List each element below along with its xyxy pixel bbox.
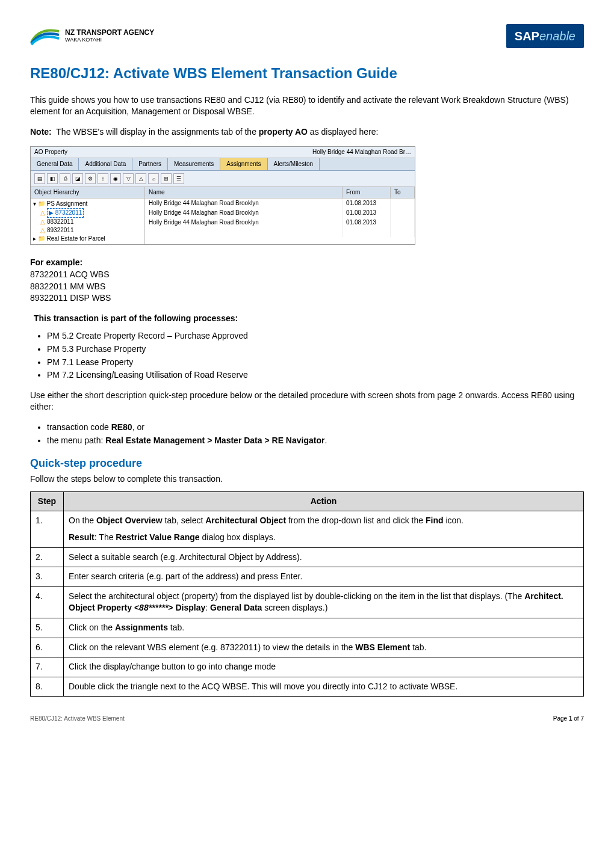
examples-block: For example: 87322011 ACQ WBS88322011 MM… [30,257,584,304]
intro-paragraph: This guide shows you how to use transact… [30,94,584,118]
step-action: Enter search criteria (e.g. part of the … [64,567,584,587]
table-row: 3.Enter search criteria (e.g. part of th… [31,567,584,587]
step-action: Click on the Assignments tab. [64,618,584,638]
toolbar-icon[interactable]: ⚙ [85,173,96,184]
toolbar-icon[interactable]: ⊞ [161,173,172,184]
step-action: Click on the relevant WBS element (e.g. … [64,638,584,657]
access-intro: Use either the short description quick-s… [30,390,584,413]
grid-cell-to [391,199,415,208]
step-action: Select a suitable search (e.g. Architect… [64,547,584,567]
process-item: PM 5.3 Purchase Property [47,343,584,356]
access-item: transaction code RE80, or [47,422,584,434]
step-action: Select the architectural object (propert… [64,586,584,618]
toolbar-icon[interactable]: ◧ [47,173,58,184]
step-action: On the Object Overview tab, select Archi… [64,511,584,547]
step-number: 3. [31,567,64,587]
step-action: Double click the triangle next to the AC… [64,677,584,697]
step-number: 8. [31,677,64,697]
nz-transport-logo: NZ TRANSPORT AGENCY WAKA KOTAHI [30,24,154,48]
sap-enable-logo: SAPenable [506,24,584,48]
tab-partners[interactable]: Partners [132,158,168,170]
example-line: 88322011 MM WBS [30,281,584,293]
grid-cell-name: Holly Bridge 44 Malaghan Road Brooklyn [145,199,343,208]
toolbar-icon[interactable]: ↕ [98,173,108,184]
quick-step-intro: Follow the steps below to complete this … [30,473,584,485]
page-header: NZ TRANSPORT AGENCY WAKA KOTAHI SAPenabl… [30,24,584,48]
ss-toolbar: ▤ ◧ ⎙ ◪ ⚙ ↕ ◉ ▽ △ ⌕ ⊞ ☰ [31,171,415,187]
step-action: Click the display/change button to go in… [64,657,584,677]
tab-assignments[interactable]: Assignments [220,158,267,170]
swoosh-icon [30,24,60,48]
grid-header: Object Hierarchy [31,187,145,199]
step-number: 1. [31,511,64,547]
page-footer: RE80/CJ12: Activate WBS Element Page 1 o… [30,715,584,723]
step-number: 7. [31,657,64,677]
toolbar-icon[interactable]: ⌕ [148,173,159,184]
wbs-tree-item[interactable]: △ 89322011 [33,226,142,235]
grid-cell-from: 01.08.2013 [343,218,391,227]
grid-cell-from: 01.08.2013 [343,208,391,218]
grid-header: To [391,187,415,199]
grid-cell-name: Holly Bridge 44 Malaghan Road Brooklyn [145,218,343,227]
toolbar-icon[interactable]: △ [135,173,146,184]
step-number: 4. [31,586,64,618]
toolbar-icon[interactable]: ☰ [173,173,184,184]
sap-screenshot: AO Property Holly Bridge 44 Malaghan Roa… [30,146,415,245]
wbs-tree-item[interactable]: △ ▶ 87322011 [33,208,142,218]
tab-additional-data[interactable]: Additional Data [79,158,132,170]
col-step: Step [31,491,64,511]
ss-tabstrip: General DataAdditional DataPartnersMeasu… [31,158,415,171]
triangle-icon[interactable]: △ [40,218,45,226]
ss-grid: Object HierarchyNameFromTo▾ 📁 PS Assignm… [31,187,415,244]
footer-right: Page 1 of 7 [553,715,584,723]
ss-object-type: AO Property [34,148,67,156]
grid-header: From [343,187,391,199]
processes-heading: This transaction is part of the followin… [34,313,584,325]
toolbar-icon[interactable]: ◪ [72,173,83,184]
table-row: 1.On the Object Overview tab, select Arc… [31,511,584,547]
toolbar-icon[interactable]: ▽ [123,173,134,184]
grid-header: Name [145,187,343,199]
example-line: 87322011 ACQ WBS [30,269,584,281]
step-number: 2. [31,547,64,567]
access-list: transaction code RE80, orthe menu path: … [47,422,584,446]
process-item: PM 5.2 Create Property Record – Purchase… [47,330,584,342]
triangle-icon[interactable]: △ [40,209,45,217]
nz-transport-logo-text: NZ TRANSPORT AGENCY WAKA KOTAHI [65,29,154,43]
table-row: 4.Select the architectural object (prope… [31,586,584,618]
tab-measurements[interactable]: Measurements [168,158,220,170]
table-row: 7.Click the display/change button to go … [31,657,584,677]
quick-step-heading: Quick-step procedure [30,456,584,471]
steps-table: Step Action 1.On the Object Overview tab… [30,491,584,697]
grid-cell-to [391,218,415,227]
tab-alerts-mileston[interactable]: Alerts/Mileston [268,158,320,170]
toolbar-icon[interactable]: ⎙ [60,173,70,184]
step-number: 6. [31,638,64,657]
object-hierarchy-tree: ▾ 📁 PS Assignment△ ▶ 87322011△ 88322011△… [31,199,145,244]
processes-list: PM 5.2 Create Property Record – Purchase… [47,330,584,381]
toolbar-icon[interactable]: ▤ [34,173,45,184]
grid-cell-name: Holly Bridge 44 Malaghan Road Brooklyn [145,208,343,218]
access-item: the menu path: Real Estate Management > … [47,435,584,447]
process-item: PM 7.2 Licensing/Leasing Utilisation of … [47,369,584,381]
table-row: 5.Click on the Assignments tab. [31,618,584,638]
page-title: RE80/CJ12: Activate WBS Element Transact… [30,63,584,84]
ss-object-desc: Holly Bridge 44 Malaghan Road Br… [312,148,411,156]
note-paragraph: Note: The WBSE's will display in the ass… [30,126,584,138]
tab-general-data[interactable]: General Data [31,158,79,170]
col-action: Action [64,491,584,511]
table-row: 2.Select a suitable search (e.g. Archite… [31,547,584,567]
step-number: 5. [31,618,64,638]
example-line: 89322011 DISP WBS [30,292,584,304]
grid-cell-to [391,208,415,218]
process-item: PM 7.1 Lease Property [47,357,584,369]
grid-cell-from: 01.08.2013 [343,199,391,208]
footer-left: RE80/CJ12: Activate WBS Element [30,715,125,723]
table-row: 8.Double click the triangle next to the … [31,677,584,697]
toolbar-icon[interactable]: ◉ [110,173,121,184]
wbs-tree-item[interactable]: △ 88322011 [33,218,142,226]
triangle-icon[interactable]: △ [40,226,45,235]
table-row: 6.Click on the relevant WBS element (e.g… [31,638,584,657]
